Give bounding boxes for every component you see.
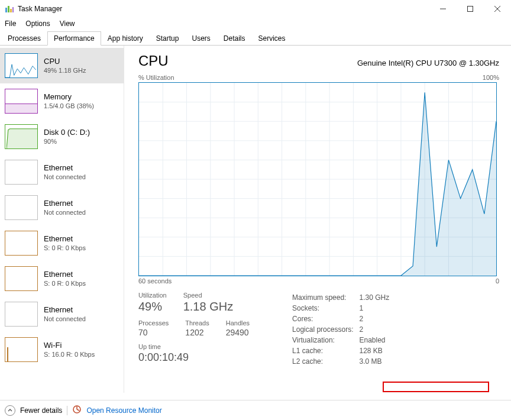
stat-key: Sockets: bbox=[292, 303, 358, 313]
stat-value: 2 bbox=[359, 314, 400, 324]
svg-marker-32 bbox=[139, 92, 496, 276]
utilization-value: 49% bbox=[138, 300, 167, 314]
threads-label: Threads bbox=[185, 319, 209, 327]
sidebar-item-wifi[interactable]: Wi-Fi S: 16.0 R: 0 Kbps bbox=[0, 332, 124, 367]
chart-ylabel: % Utilization bbox=[138, 74, 174, 81]
highlight-annotation bbox=[383, 382, 489, 392]
utilization-label: Utilization bbox=[138, 292, 167, 299]
menu-options[interactable]: Options bbox=[25, 20, 50, 28]
stat-key: Virtualization: bbox=[292, 335, 358, 345]
svg-marker-8 bbox=[7, 129, 37, 149]
tab-users[interactable]: Users bbox=[185, 31, 216, 46]
processes-value: 70 bbox=[138, 328, 169, 337]
svg-rect-0 bbox=[5, 8, 7, 12]
maximize-button[interactable] bbox=[457, 0, 484, 18]
cpu-name: Genuine Intel(R) CPU U7300 @ 1.30GHz bbox=[357, 59, 499, 67]
task-manager-icon bbox=[5, 4, 14, 14]
sidebar: CPU 49% 1.18 GHz Memory 1.5/4.0 GB (38%)… bbox=[0, 46, 124, 393]
menu-file[interactable]: File bbox=[5, 20, 16, 28]
ethernet-thumbnail bbox=[5, 266, 38, 291]
sidebar-item-sub: Not connected bbox=[44, 173, 86, 182]
chart-xmin: 60 seconds bbox=[138, 277, 172, 285]
sidebar-item-ethernet-1[interactable]: Ethernet Not connected bbox=[0, 154, 124, 190]
speed-label: Speed bbox=[183, 292, 233, 299]
disk-thumbnail bbox=[5, 124, 38, 149]
sidebar-item-sub: Not connected bbox=[44, 315, 86, 324]
tab-app-history[interactable]: App history bbox=[101, 31, 150, 46]
stat-value: 128 KB bbox=[359, 346, 400, 356]
stat-key: Maximum speed: bbox=[292, 293, 358, 302]
sidebar-item-label: Ethernet bbox=[44, 234, 86, 244]
sidebar-item-sub: S: 0 R: 0 Kbps bbox=[44, 244, 86, 253]
tab-performance[interactable]: Performance bbox=[47, 31, 101, 46]
uptime-value: 0:00:10:49 bbox=[138, 351, 250, 364]
handles-label: Handles bbox=[226, 319, 250, 327]
sidebar-item-cpu[interactable]: CPU 49% 1.18 GHz bbox=[0, 48, 124, 83]
uptime-label: Up time bbox=[138, 343, 250, 350]
sidebar-item-label: CPU bbox=[44, 56, 86, 67]
stat-value: 1.30 GHz bbox=[359, 293, 400, 302]
chart-ymax: 100% bbox=[483, 74, 499, 81]
svg-rect-5 bbox=[468, 7, 473, 12]
sidebar-item-sub: 1.5/4.0 GB (38%) bbox=[44, 102, 94, 111]
sidebar-item-label: Memory bbox=[44, 92, 94, 102]
handles-value: 29490 bbox=[226, 328, 250, 337]
svg-rect-2 bbox=[10, 9, 12, 12]
stat-value: 1 bbox=[359, 303, 400, 313]
svg-rect-1 bbox=[8, 6, 9, 12]
sidebar-item-sub: S: 0 R: 0 Kbps bbox=[44, 279, 86, 288]
processes-label: Processes bbox=[138, 319, 169, 327]
sidebar-item-sub: 49% 1.18 GHz bbox=[44, 66, 86, 75]
sidebar-item-ethernet-5[interactable]: Ethernet Not connected bbox=[0, 296, 124, 332]
memory-thumbnail bbox=[5, 89, 38, 114]
sidebar-item-disk0[interactable]: Disk 0 (C: D:) 90% bbox=[0, 119, 124, 154]
sidebar-item-label: Ethernet bbox=[44, 198, 86, 209]
cpu-thumbnail bbox=[5, 53, 38, 78]
sidebar-item-label: Ethernet bbox=[44, 163, 86, 173]
ethernet-thumbnail bbox=[5, 195, 38, 220]
separator bbox=[67, 406, 67, 415]
tab-processes[interactable]: Processes bbox=[1, 31, 47, 46]
svg-rect-3 bbox=[12, 7, 14, 12]
page-title: CPU bbox=[138, 53, 169, 69]
sidebar-item-sub: S: 16.0 R: 0 Kbps bbox=[44, 350, 95, 359]
threads-value: 1202 bbox=[185, 328, 209, 337]
sidebar-item-label: Ethernet bbox=[44, 269, 86, 280]
speed-value: 1.18 GHz bbox=[183, 300, 233, 314]
resource-monitor-icon bbox=[72, 405, 82, 416]
sidebar-item-ethernet-3[interactable]: Ethernet S: 0 R: 0 Kbps bbox=[0, 225, 124, 261]
sidebar-item-label: Disk 0 (C: D:) bbox=[44, 127, 90, 138]
sidebar-item-label: Wi-Fi bbox=[44, 340, 95, 351]
stat-key: Cores: bbox=[292, 314, 358, 324]
stat-value: Enabled bbox=[359, 335, 400, 345]
tab-details[interactable]: Details bbox=[217, 31, 252, 46]
ethernet-thumbnail bbox=[5, 231, 38, 256]
sidebar-item-ethernet-4[interactable]: Ethernet S: 0 R: 0 Kbps bbox=[0, 261, 124, 296]
sidebar-item-sub: 90% bbox=[44, 137, 90, 146]
fewer-details-link[interactable]: Fewer details bbox=[20, 406, 62, 415]
chart-xmax: 0 bbox=[496, 277, 499, 285]
stat-key: L1 cache: bbox=[292, 346, 358, 356]
menu-view[interactable]: View bbox=[60, 20, 75, 28]
sidebar-item-label: Ethernet bbox=[44, 305, 86, 315]
minimize-button[interactable] bbox=[429, 0, 457, 18]
sidebar-item-ethernet-2[interactable]: Ethernet Not connected bbox=[0, 190, 124, 225]
svg-line-35 bbox=[77, 409, 79, 411]
stat-value: 2 bbox=[359, 325, 400, 334]
ethernet-thumbnail bbox=[5, 160, 38, 185]
stat-key: L2 cache: bbox=[292, 357, 358, 366]
tab-startup[interactable]: Startup bbox=[150, 31, 186, 46]
open-resource-monitor-link[interactable]: Open Resource Monitor bbox=[86, 406, 161, 415]
sidebar-item-sub: Not connected bbox=[44, 208, 86, 217]
stat-value: 3.0 MB bbox=[359, 357, 400, 366]
stat-key: Logical processors: bbox=[292, 325, 358, 334]
ethernet-thumbnail bbox=[5, 302, 38, 327]
cpu-utilization-chart bbox=[138, 82, 497, 276]
fewer-details-icon[interactable] bbox=[5, 405, 15, 416]
sidebar-item-memory[interactable]: Memory 1.5/4.0 GB (38%) bbox=[0, 83, 124, 119]
close-button[interactable] bbox=[484, 0, 511, 18]
tab-services[interactable]: Services bbox=[252, 31, 292, 46]
window-title: Task Manager bbox=[18, 5, 62, 13]
wifi-thumbnail bbox=[5, 337, 38, 362]
